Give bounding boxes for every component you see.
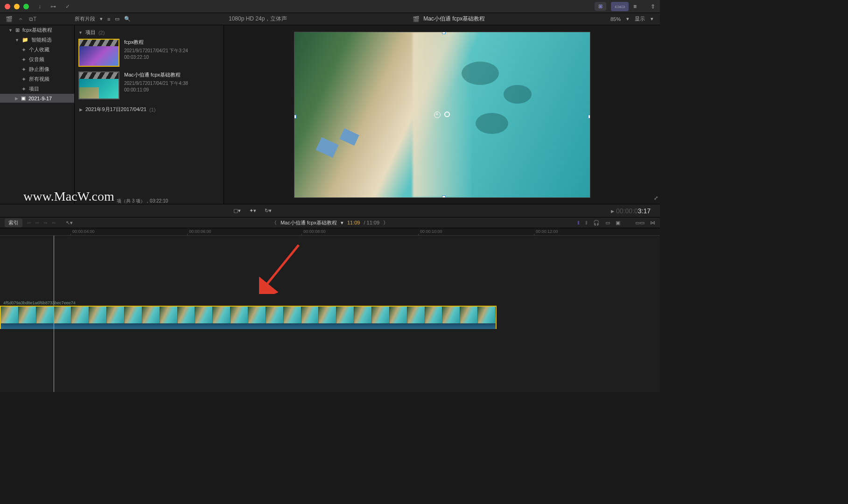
date-folder-row[interactable]: ▶ 2021年9月17日2017/04/21 (1) [78, 104, 220, 115]
video-frame[interactable] [294, 32, 590, 198]
zoom-level[interactable]: 85% [610, 16, 621, 22]
fullscreen-icon[interactable]: ⤢ [654, 195, 658, 201]
browser-section-header[interactable]: ▼ 项目 (2) [78, 29, 220, 36]
ruler-tick: 00:00:10:00 [420, 229, 442, 234]
timeline-clip[interactable]: 4f5d079a3bd8e1a6f6b8733bec7eee74 [0, 306, 497, 329]
layout-dual-button[interactable]: ▭▭ [611, 2, 629, 11]
timeline-area[interactable]: 4f5d079a3bd8e1a6f6b8733bec7eee74 [0, 236, 660, 392]
clips-filter-label[interactable]: 所有片段 [75, 15, 95, 22]
disclosure-triangle-icon[interactable]: ▼ [8, 28, 13, 33]
render-icon[interactable]: ✓ [65, 3, 70, 10]
clip-thumbnail[interactable] [78, 39, 119, 67]
clip-item[interactable]: Mac小伯通 fcpx基础教程 2021/9/172017/04/21 下午4:… [78, 71, 220, 99]
event-row[interactable]: ▶ ▣ 2021-9-17 [0, 94, 74, 103]
gear-icon: ✦ [21, 76, 26, 83]
sidebar-item-label: 项目 [29, 85, 39, 92]
arrow-tool-icon[interactable]: ↖▾ [66, 220, 73, 226]
sidebar-item-label: 静止图像 [29, 66, 49, 73]
main-area: ▼ ⊞ fcpx基础教程 ▼ 📁 智能精选 ✦个人收藏 ✦仅音频 ✦静止图像 ✦… [0, 25, 660, 204]
gear-icon: ✦ [21, 47, 26, 53]
top-toolbar: 🎬 𝄐 ⧉T 所有片段 ▾ ≡ ▭ 🔍 1080p HD 24p，立体声 🎬 M… [0, 13, 660, 25]
connect-tool-icon[interactable]: ▫▫ [52, 220, 56, 226]
library-sidebar: ▼ ⊞ fcpx基础教程 ▼ 📁 智能精选 ✦个人收藏 ✦仅音频 ✦静止图像 ✦… [0, 25, 75, 204]
effects-library-icon[interactable]: 𝄐 [19, 16, 22, 22]
playhead[interactable] [54, 236, 54, 392]
media-library-icon[interactable]: 🎬 [6, 16, 13, 22]
chevron-down-icon[interactable]: ▾ [341, 220, 343, 226]
viewer-project-title: Mac小伯通 fcpx基础教程 [423, 15, 485, 23]
snap-icon[interactable]: ▭ [605, 220, 610, 226]
snapshot-icon[interactable]: ▣ [616, 220, 620, 226]
clip-filmstrip [1, 307, 496, 323]
timeline-ruler[interactable]: 00:00:04:0000:00:06:0000:00:08:0000:00:1… [0, 228, 660, 236]
import-icon[interactable]: ↓ [38, 3, 41, 10]
minimize-window-button[interactable] [14, 4, 20, 9]
sidebar-item-projects[interactable]: ✦项目 [0, 84, 74, 94]
sidebar-item-video[interactable]: ✦所有视频 [0, 74, 74, 84]
skimming-icon[interactable]: ⫴ [577, 220, 580, 226]
transform-center-control[interactable] [434, 112, 450, 118]
sidebar-item-label: 所有视频 [29, 76, 49, 83]
clip-thumbnail[interactable] [78, 71, 119, 99]
display-menu[interactable]: 显示 [635, 15, 645, 22]
solo-icon[interactable]: 🎧 [593, 220, 600, 226]
clip-item[interactable]: fcpx教程 2021/9/172017/04/21 下午3:24 00:03:… [78, 39, 220, 67]
clip-date: 2021/9/172017/04/21 下午4:38 [124, 80, 188, 87]
chevron-down-icon[interactable]: ▾ [651, 16, 653, 22]
share-icon[interactable]: ⇧ [651, 3, 655, 10]
rotate-icon[interactable] [444, 112, 450, 117]
search-icon[interactable]: 🔍 [124, 16, 131, 22]
maximize-window-button[interactable] [23, 4, 29, 9]
clip-audio-waveform [1, 323, 496, 329]
smart-collection-row[interactable]: ▼ 📁 智能精选 [0, 35, 74, 45]
dropdown-icon[interactable]: ▾ [100, 16, 103, 22]
viewer-canvas[interactable] [224, 25, 660, 204]
chevron-down-icon[interactable]: ▾ [626, 16, 629, 22]
transform-tool-icon[interactable]: ▢▾ [233, 208, 241, 214]
close-window-button[interactable] [5, 4, 10, 9]
overwrite-tool-icon[interactable]: ▫▫ [44, 220, 48, 226]
format-label: 1080p HD 24p，立体声 [229, 15, 287, 23]
append-tool-icon[interactable]: ▫▫ [35, 220, 39, 226]
nav-next-icon[interactable]: 〉 [383, 219, 388, 226]
disclosure-triangle-icon[interactable]: ▶ [79, 107, 83, 112]
anchor-icon[interactable] [434, 112, 441, 118]
keyword-icon[interactable]: ⊶ [50, 3, 56, 10]
disclosure-triangle-icon[interactable]: ▼ [15, 38, 19, 42]
sidebar-item-favorites[interactable]: ✦个人收藏 [0, 45, 74, 55]
disclosure-triangle-icon[interactable]: ▶ [15, 96, 18, 101]
audio-skim-icon[interactable]: ⫴ [585, 220, 588, 226]
project-type-icon: 🎬 [413, 16, 420, 22]
nav-prev-icon[interactable]: 〈 [272, 219, 277, 226]
clip-duration: 00:00:11:09 [124, 87, 188, 93]
library-icon: ⊞ [15, 27, 20, 33]
ruler-tick: 00:00:08:00 [303, 229, 326, 234]
timeline-header: 索引 ▫▫ ▫▫ ▫▫ ▫▫ ↖▾ 〈 Mac小伯通 fcpx基础教程 ▾ 11… [0, 217, 660, 228]
sidebar-item-stills[interactable]: ✦静止图像 [0, 64, 74, 74]
library-name: fcpx基础教程 [22, 27, 52, 34]
insert-tool-icon[interactable]: ▫▫ [27, 220, 31, 226]
timeline-duration: / 11:09 [364, 220, 379, 225]
enhance-tool-icon[interactable]: ✦▾ [249, 208, 256, 214]
gear-icon: ✦ [21, 86, 26, 92]
ruler-tick: 00:00:04:00 [72, 229, 95, 234]
folder-icon: 📁 [22, 37, 28, 43]
disclosure-triangle-icon[interactable]: ▼ [78, 30, 83, 35]
retime-tool-icon[interactable]: ↻▾ [265, 208, 272, 214]
filmstrip-view-icon[interactable]: ≡ [107, 16, 110, 22]
list-view-icon[interactable]: ▭ [115, 16, 119, 22]
inspector-toggle-icon[interactable]: ≡ [633, 3, 637, 10]
transitions-browser-icon[interactable]: ⋈ [650, 220, 655, 226]
index-button[interactable]: 索引 [5, 218, 22, 227]
sidebar-item-label: 个人收藏 [29, 46, 49, 53]
library-row[interactable]: ▼ ⊞ fcpx基础教程 [0, 25, 74, 35]
clip-browser: ▼ 项目 (2) fcpx教程 2021/9/172017/04/21 下午3:… [75, 25, 224, 204]
section-count: (2) [98, 30, 105, 35]
gear-icon: ✦ [21, 66, 26, 73]
event-name: 2021-9-17 [28, 96, 52, 101]
titles-library-icon[interactable]: ⧉T [29, 16, 36, 22]
watermark-text: www.MacW.com [23, 189, 114, 204]
effects-browser-icon[interactable]: ▭▭ [635, 220, 645, 226]
layout-grid-button[interactable]: ⊞ [595, 2, 606, 11]
sidebar-item-audio[interactable]: ✦仅音频 [0, 55, 74, 64]
